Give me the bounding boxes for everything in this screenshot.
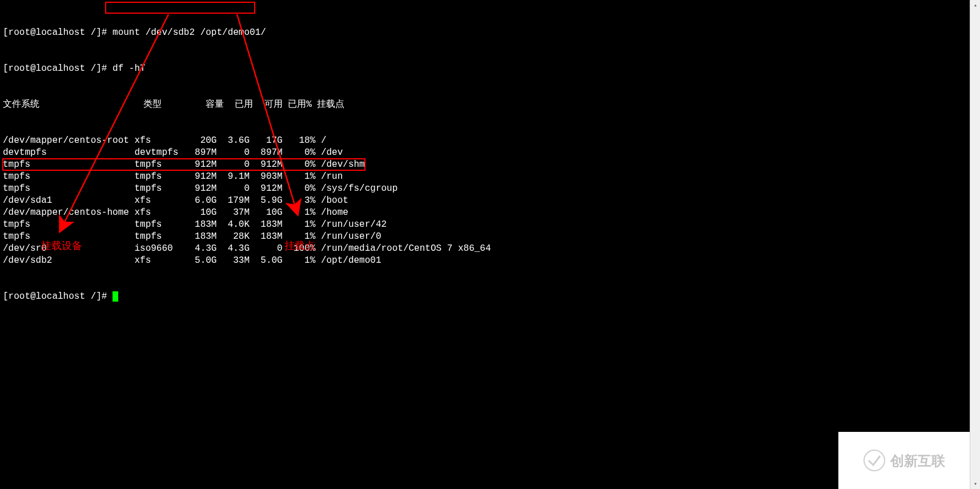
df-header-row: 文件系统 类型 容量 已用 可用 已用% 挂载点 [3, 99, 977, 111]
watermark: 创新互联 [838, 432, 970, 489]
df-row: tmpfs tmpfs 912M 9.1M 903M 1% /run [3, 171, 977, 183]
df-row: devtmpfs devtmpfs 897M 0 897M 0% /dev [3, 147, 977, 159]
df-row: /dev/mapper/centos-home xfs 10G 37M 10G … [3, 207, 977, 219]
annotation-mount-point: 挂载点 [284, 240, 315, 252]
highlight-box-command [105, 2, 255, 14]
df-row: tmpfs tmpfs 183M 28K 183M 1% /run/user/0 [3, 231, 977, 243]
df-row: /dev/sda1 xfs 6.0G 179M 5.9G 3% /boot [3, 195, 977, 207]
scroll-down-button[interactable]: ▾ [970, 479, 980, 489]
prompt-line-2: [root@localhost /]# df -hT [3, 63, 977, 75]
command-mount: mount /dev/sdb2 /opt/demo01/ [113, 27, 266, 38]
command-df: df -hT [113, 63, 146, 74]
prompt-line-1: [root@localhost /]# mount /dev/sdb2 /opt… [3, 27, 977, 39]
df-row: /dev/sdb2 xfs 5.0G 33M 5.0G 1% /opt/demo… [3, 255, 977, 267]
terminal-cursor [113, 291, 118, 302]
prompt: [root@localhost /]# [3, 291, 113, 302]
annotation-mount-device: 挂载设备 [41, 240, 82, 252]
df-row: /dev/sr0 iso9660 4.3G 4.3G 0 100% /run/m… [3, 243, 977, 255]
scrollbar[interactable]: ▴ ▾ [970, 0, 980, 489]
prompt: [root@localhost /]# [3, 27, 113, 38]
df-row: tmpfs tmpfs 183M 4.0K 183M 1% /run/user/… [3, 219, 977, 231]
df-row: tmpfs tmpfs 912M 0 912M 0% /sys/fs/cgrou… [3, 183, 977, 195]
prompt: [root@localhost /]# [3, 63, 113, 74]
watermark-logo-icon [863, 449, 886, 472]
df-data-rows: /dev/mapper/centos-root xfs 20G 3.6G 17G… [3, 135, 977, 267]
terminal-output[interactable]: [root@localhost /]# mount /dev/sdb2 /opt… [0, 0, 980, 354]
df-row: tmpfs tmpfs 912M 0 912M 0% /dev/shm [3, 159, 977, 171]
svg-point-2 [864, 450, 885, 471]
df-row: /dev/mapper/centos-root xfs 20G 3.6G 17G… [3, 135, 977, 147]
prompt-line-3: [root@localhost /]# [3, 291, 977, 303]
scroll-up-button[interactable]: ▴ [970, 0, 980, 10]
watermark-text: 创新互联 [890, 455, 945, 467]
